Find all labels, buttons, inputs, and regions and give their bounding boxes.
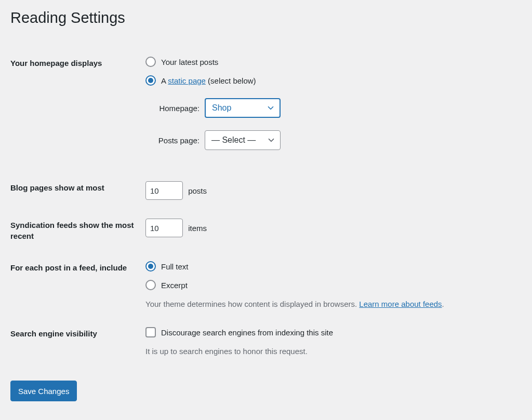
feed-desc-suffix: . [442, 300, 444, 308]
feed-content-description: Your theme determines how content is dis… [145, 300, 516, 308]
syndication-input[interactable] [145, 219, 183, 237]
checkbox-discourage-search-label: Discourage search engines from indexing … [161, 328, 333, 337]
row-label-syndication: Syndication feeds show the most recent [10, 209, 145, 252]
blog-pages-unit: posts [188, 186, 207, 195]
radio-latest-posts-label: Your latest posts [161, 58, 218, 66]
settings-form-table: Your homepage displays Your latest posts… [10, 47, 522, 365]
syndication-unit: items [188, 224, 207, 233]
save-changes-button[interactable]: Save Changes [10, 381, 77, 401]
learn-more-feeds-link[interactable]: Learn more about feeds [359, 300, 442, 308]
radio-static-page-label: A static page (select below) [161, 76, 256, 85]
row-label-feed-content: For each post in a feed, include [10, 252, 145, 318]
static-page-link[interactable]: static page [168, 76, 206, 85]
row-label-blog-pages: Blog pages show at most [10, 172, 145, 209]
chevron-down-icon [267, 136, 276, 145]
static-suffix: (select below) [206, 76, 256, 85]
page-title: Reading Settings [10, 9, 522, 26]
feed-desc-prefix: Your theme determines how content is dis… [145, 300, 359, 308]
postspage-select-label: Posts page: [145, 136, 200, 145]
row-label-search-visibility: Search engine visibility [10, 318, 145, 365]
homepage-select-value: Shop [212, 99, 231, 117]
postspage-select-value: — Select — [211, 131, 256, 150]
radio-latest-posts[interactable] [145, 57, 156, 67]
static-prefix: A [161, 76, 168, 85]
radio-full-text-label: Full text [161, 262, 189, 271]
chevron-down-icon [266, 103, 275, 113]
radio-excerpt-label: Excerpt [161, 281, 188, 290]
homepage-select[interactable]: Shop [205, 98, 281, 118]
row-label-homepage: Your homepage displays [10, 47, 145, 172]
postspage-select[interactable]: — Select — [205, 130, 281, 150]
radio-full-text[interactable] [145, 261, 156, 272]
homepage-select-label: Homepage: [145, 104, 200, 113]
radio-excerpt[interactable] [145, 280, 156, 290]
search-visibility-description: It is up to search engines to honor this… [145, 347, 516, 356]
blog-pages-input[interactable] [145, 181, 183, 200]
radio-static-page[interactable] [145, 75, 156, 86]
checkbox-discourage-search[interactable] [145, 327, 156, 337]
